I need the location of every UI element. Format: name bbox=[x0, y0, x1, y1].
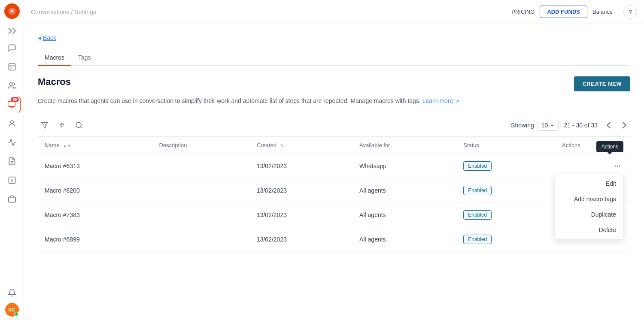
user-avatar[interactable]: KC bbox=[5, 303, 19, 317]
cell-available-for: Whatsapp bbox=[352, 154, 456, 178]
table-row: Macro #6899 13/02/2023 All agents Enable… bbox=[38, 227, 630, 252]
sidebar-item-integrations[interactable] bbox=[3, 190, 21, 208]
add-funds-button[interactable]: ADD FUNDS bbox=[540, 6, 587, 18]
col-available-for: Available for bbox=[352, 137, 456, 154]
pagination-prev[interactable] bbox=[603, 119, 615, 131]
cell-name: Macro #6899 bbox=[38, 227, 152, 252]
svg-marker-9 bbox=[42, 122, 48, 128]
sidebar-item-agents[interactable] bbox=[3, 115, 21, 132]
cell-name: Macro #8200 bbox=[38, 178, 152, 203]
sort-button[interactable] bbox=[55, 118, 69, 132]
breadcrumb-root[interactable]: Conversations bbox=[31, 9, 70, 15]
status-badge: Enabled bbox=[463, 210, 492, 220]
table-row: Macro #6313 13/02/2023 Whatsapp Enabled … bbox=[38, 154, 630, 178]
cell-available-for: All agents bbox=[352, 178, 456, 203]
col-status: Status bbox=[456, 137, 555, 154]
topbar-divider bbox=[618, 7, 618, 17]
svg-point-13 bbox=[619, 166, 620, 167]
dropdown-menu-6313: Edit Add macro tags Duplicate Delete bbox=[555, 174, 623, 240]
cell-actions: Actions Edit Add macro tags Duplicate De… bbox=[555, 154, 630, 178]
cell-description bbox=[152, 154, 250, 178]
col-name[interactable]: Name ▲▼ bbox=[38, 137, 152, 154]
col-description: Description bbox=[152, 137, 250, 154]
pagination-next[interactable] bbox=[618, 119, 630, 131]
dropdown-item-delete[interactable]: Delete bbox=[555, 222, 623, 238]
created-sort-icon: ⇅ bbox=[280, 143, 283, 148]
svg-rect-8 bbox=[8, 197, 15, 202]
col-created[interactable]: Created ⇅ bbox=[250, 137, 352, 154]
sidebar-badge: 69 bbox=[11, 97, 18, 102]
page-header: Macros CREATE NEW bbox=[38, 76, 630, 91]
svg-point-12 bbox=[617, 166, 618, 167]
help-button[interactable]: ? bbox=[623, 5, 637, 19]
status-badge: Enabled bbox=[463, 235, 492, 244]
status-badge: Enabled bbox=[463, 161, 492, 171]
breadcrumb-current: Settings bbox=[74, 9, 96, 15]
filter-button[interactable] bbox=[38, 118, 52, 132]
cell-available-for: All agents bbox=[352, 203, 456, 227]
showing-label: Showing bbox=[511, 122, 534, 129]
per-page-select[interactable]: 10 bbox=[538, 120, 559, 131]
search-button[interactable] bbox=[72, 118, 86, 132]
svg-point-2 bbox=[9, 83, 12, 86]
sidebar: 69 KC bbox=[0, 0, 24, 320]
sidebar-item-settings[interactable]: 69 bbox=[3, 96, 21, 113]
tab-macros[interactable]: Macros bbox=[38, 50, 71, 66]
sidebar-item-chat[interactable] bbox=[3, 39, 21, 57]
actions-dropdown-6313: Actions Edit Add macro tags Duplicate De… bbox=[611, 160, 623, 172]
pricing-link[interactable]: PRICING bbox=[511, 9, 535, 15]
cell-created: 13/02/2023 bbox=[250, 227, 352, 252]
sidebar-item-reports[interactable] bbox=[3, 153, 21, 170]
cell-created: 13/02/2023 bbox=[250, 178, 352, 203]
sidebar-collapse-btn[interactable] bbox=[5, 24, 19, 38]
three-dots-button-6313[interactable] bbox=[611, 160, 623, 172]
sidebar-item-notifications[interactable] bbox=[3, 284, 21, 301]
back-link[interactable]: Back bbox=[38, 34, 630, 41]
cell-description bbox=[152, 227, 250, 252]
breadcrumb-separator: / bbox=[70, 9, 75, 15]
sidebar-item-analytics[interactable] bbox=[3, 134, 21, 151]
cell-status: Enabled bbox=[456, 203, 555, 227]
dropdown-item-add-macro-tags[interactable]: Add macro tags bbox=[555, 191, 623, 207]
name-sort-icon: ▲▼ bbox=[63, 143, 71, 148]
table-row: Macro #8200 13/02/2023 All agents Enable… bbox=[38, 178, 630, 203]
svg-rect-3 bbox=[8, 102, 15, 107]
pagination-info: 21 - 30 of 33 bbox=[564, 122, 598, 129]
dropdown-item-edit[interactable]: Edit bbox=[555, 176, 623, 191]
macros-table: Name ▲▼ Description Created ⇅ Available … bbox=[38, 137, 630, 252]
dropdown-item-duplicate[interactable]: Duplicate bbox=[555, 207, 623, 222]
cell-description bbox=[152, 203, 250, 227]
create-new-button[interactable]: CREATE NEW bbox=[574, 76, 630, 91]
svg-point-11 bbox=[614, 166, 616, 167]
table-header-row: Name ▲▼ Description Created ⇅ Available … bbox=[38, 137, 630, 154]
tabs-container: Macros Tags bbox=[38, 50, 630, 66]
actions-tooltip: Actions bbox=[596, 141, 623, 152]
content-area: Back Macros Tags Macros CREATE NEW Creat… bbox=[24, 24, 644, 320]
cell-created: 13/02/2023 bbox=[250, 154, 352, 178]
page-description: Create macros that agents can use in con… bbox=[38, 97, 630, 106]
cell-status: Enabled bbox=[456, 178, 555, 203]
cell-status: Enabled bbox=[456, 227, 555, 252]
cell-available-for: All agents bbox=[352, 227, 456, 252]
cell-created: 13/02/2023 bbox=[250, 203, 352, 227]
table-toolbar: Showing 10 21 - 30 of 33 bbox=[38, 114, 630, 137]
sidebar-item-contacts[interactable] bbox=[3, 77, 21, 94]
svg-point-10 bbox=[76, 122, 81, 127]
table-row: Macro #7383 13/02/2023 All agents Enable… bbox=[38, 203, 630, 227]
cell-description bbox=[152, 178, 250, 203]
svg-rect-1 bbox=[9, 64, 15, 70]
cell-name: Macro #7383 bbox=[38, 203, 152, 227]
cell-name: Macro #6313 bbox=[38, 154, 152, 178]
status-badge: Enabled bbox=[463, 186, 492, 195]
tab-tags[interactable]: Tags bbox=[71, 50, 98, 66]
main-wrapper: Conversations / Settings PRICING ADD FUN… bbox=[24, 0, 644, 320]
learn-more-link[interactable]: Learn more ↗ bbox=[422, 97, 459, 104]
topbar: Conversations / Settings PRICING ADD FUN… bbox=[24, 0, 644, 24]
app-logo[interactable] bbox=[4, 3, 20, 19]
breadcrumb: Conversations / Settings bbox=[31, 9, 506, 15]
toolbar-right: Showing 10 21 - 30 of 33 bbox=[511, 119, 630, 131]
sidebar-item-inbox[interactable] bbox=[3, 58, 21, 75]
sidebar-item-macros-list[interactable] bbox=[3, 172, 21, 189]
svg-point-4 bbox=[10, 121, 13, 124]
balance-label: Balance bbox=[592, 9, 613, 15]
